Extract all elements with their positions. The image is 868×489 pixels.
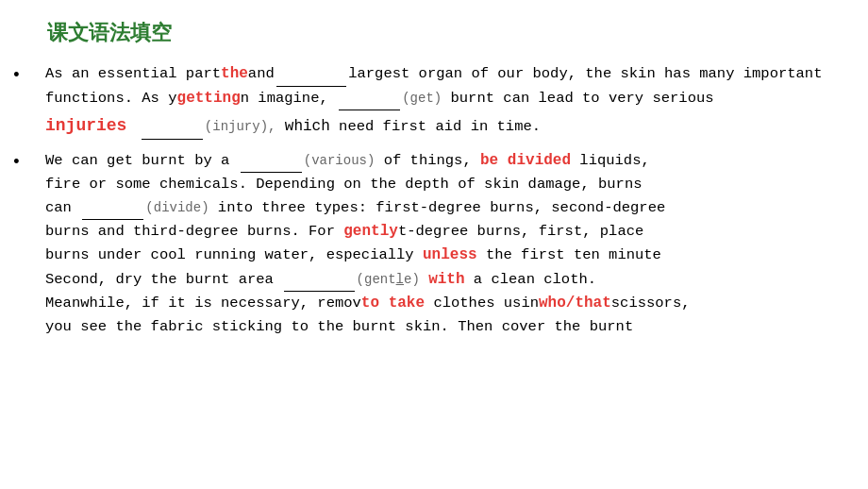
blank-3 xyxy=(142,115,203,139)
para2-line7: Meanwhile, if it is necessary, removto t… xyxy=(45,295,691,312)
answer-with: with xyxy=(428,271,464,288)
page-container: 课文语法填空 • As an essential parttheand larg… xyxy=(0,0,868,489)
hint-injury: (injury), xyxy=(205,119,276,134)
bullet-2: • xyxy=(11,149,22,176)
answer-who-that: who/that xyxy=(539,295,611,312)
para2-line8: you see the fabric sticking to the burnt… xyxy=(45,318,633,335)
answer-getting: getting xyxy=(177,90,241,107)
answer-be-divided: be divided xyxy=(480,152,571,169)
hint-divide: (divide) xyxy=(145,200,209,215)
answer-gently: gently xyxy=(343,223,398,240)
answer-the: the xyxy=(221,65,248,82)
bullet-1: • xyxy=(11,62,22,89)
answer-which: which xyxy=(285,118,330,135)
para2-line5: burns under cool running water, especial… xyxy=(45,246,661,263)
para2-line1: We can get burnt by a (various) of thing… xyxy=(45,152,650,169)
hint-gently: (gentle) xyxy=(357,272,420,287)
para1-injuries-line: injuries (injury), which need first aid … xyxy=(45,112,541,139)
answer-injuries: injuries xyxy=(45,112,126,139)
hint-get: (get) xyxy=(402,91,442,106)
content-area: • As an essential parttheand largest org… xyxy=(19,62,849,339)
paragraph-1: • As an essential parttheand largest org… xyxy=(19,62,849,139)
paragraph-2: • We can get burnt by a (various) of thi… xyxy=(19,149,849,339)
hint-various: (various) xyxy=(304,153,376,168)
blank-1 xyxy=(276,62,346,86)
blank-gently xyxy=(284,268,354,292)
para1-text: As an essential parttheand largest organ… xyxy=(45,65,822,106)
para2-line3: can (divide) into three types: first-deg… xyxy=(45,199,665,216)
page-title: 课文语法填空 xyxy=(47,17,849,49)
blank-2 xyxy=(339,87,400,110)
answer-unless: unless xyxy=(423,246,477,263)
para2-line2: fire or some chemicals. Depending on the… xyxy=(45,176,643,193)
answer-to-take: to take xyxy=(361,295,425,312)
blank-various xyxy=(241,149,302,173)
para2-line6: Second, dry the burnt area (gentle) with… xyxy=(45,271,596,288)
para2-line4: burns and third-degree burns. For gently… xyxy=(45,223,643,240)
blank-divide xyxy=(82,196,143,220)
